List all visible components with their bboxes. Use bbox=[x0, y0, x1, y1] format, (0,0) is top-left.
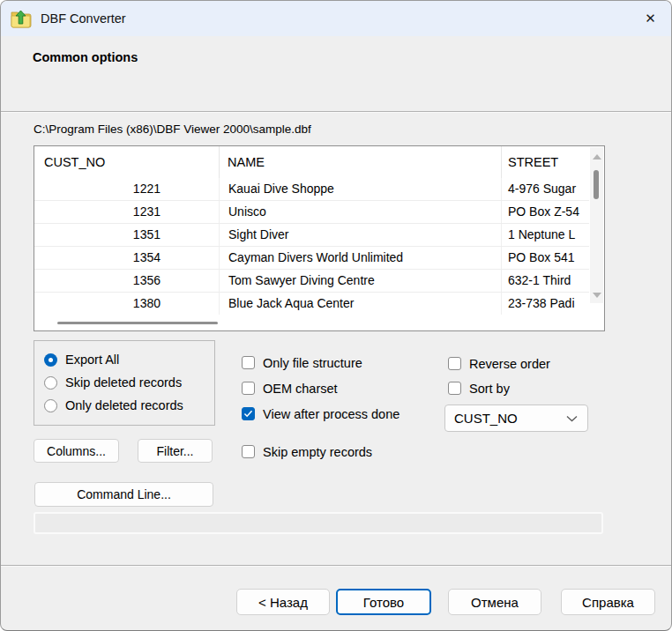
radio-label: Only deleted records bbox=[65, 398, 183, 412]
cell-street: 23-738 Padi bbox=[502, 293, 589, 315]
columns-button[interactable]: Columns... bbox=[34, 439, 119, 463]
cell-street: 4-976 Sugar bbox=[502, 178, 589, 200]
title-bar: DBF Converter ✕ bbox=[1, 1, 671, 36]
radio-only-deleted[interactable]: Only deleted records bbox=[44, 394, 214, 417]
cancel-button-label: Отмена bbox=[471, 595, 519, 610]
radio-skip-deleted[interactable]: Skip deleted records bbox=[44, 371, 214, 394]
close-button[interactable]: ✕ bbox=[630, 1, 671, 36]
checkbox-reverse-order[interactable]: Reverse order bbox=[448, 356, 550, 371]
filter-button[interactable]: Filter... bbox=[138, 439, 213, 463]
checkbox-label: View after process done bbox=[263, 407, 399, 421]
help-button-label: Справка bbox=[582, 595, 634, 610]
page-title: Common options bbox=[33, 50, 138, 64]
grid-header: CUST_NO NAME STREET bbox=[34, 146, 589, 178]
vertical-scrollbar-thumb[interactable] bbox=[594, 170, 599, 199]
horizontal-scrollbar-thumb[interactable] bbox=[57, 322, 218, 324]
chevron-down-icon bbox=[566, 415, 578, 422]
table-row[interactable]: 1231 Unisco PO Box Z-54 bbox=[34, 201, 589, 224]
cell-street: 1 Neptune L bbox=[502, 224, 589, 246]
finish-button-label: Готово bbox=[363, 595, 404, 610]
checkbox-icon[interactable] bbox=[242, 356, 255, 369]
cell-name: Kauai Dive Shoppe bbox=[220, 178, 502, 200]
column-header-cust-no: CUST_NO bbox=[34, 146, 220, 178]
app-icon bbox=[10, 9, 32, 28]
table-row[interactable]: 1354 Cayman Divers World Unlimited PO Bo… bbox=[34, 247, 589, 270]
checkbox-icon[interactable] bbox=[242, 445, 255, 458]
checkbox-label: Only file structure bbox=[263, 356, 362, 370]
table-row[interactable]: 1356 Tom Sawyer Diving Centre 632-1 Thir… bbox=[34, 270, 589, 293]
cancel-button[interactable]: Отмена bbox=[448, 589, 541, 615]
checkbox-sort-by[interactable]: Sort by bbox=[448, 381, 510, 396]
cell-cust-no: 1231 bbox=[34, 201, 220, 223]
column-header-name: NAME bbox=[220, 146, 502, 178]
export-options-group: Export All Skip deleted records Only del… bbox=[34, 340, 215, 426]
command-line-button-label: Command Line... bbox=[77, 487, 171, 501]
checkbox-icon[interactable] bbox=[242, 382, 255, 395]
dropdown-value: CUST_NO bbox=[454, 411, 518, 426]
help-button[interactable]: Справка bbox=[561, 589, 655, 615]
checkbox-icon[interactable] bbox=[448, 357, 461, 370]
checkbox-label: Reverse order bbox=[469, 357, 550, 371]
header-divider bbox=[1, 111, 671, 112]
cell-cust-no: 1356 bbox=[34, 270, 220, 292]
back-button-label: < Назад bbox=[258, 595, 308, 610]
cell-street: PO Box Z-54 bbox=[502, 201, 589, 223]
scroll-up-icon[interactable] bbox=[593, 154, 601, 160]
column-header-street: STREET bbox=[502, 146, 589, 178]
window-title: DBF Converter bbox=[41, 11, 126, 26]
cell-street: PO Box 541 bbox=[502, 247, 589, 269]
table-row[interactable]: 1380 Blue Jack Aqua Center 23-738 Padi bbox=[34, 293, 589, 315]
close-icon: ✕ bbox=[645, 11, 656, 26]
checkbox-oem-charset[interactable]: OEM charset bbox=[242, 381, 338, 396]
cell-cust-no: 1354 bbox=[34, 247, 220, 269]
cell-name: Tom Sawyer Diving Centre bbox=[220, 270, 502, 292]
progress-bar bbox=[34, 512, 603, 534]
cell-name: Blue Jack Aqua Center bbox=[220, 293, 502, 315]
table-row[interactable]: 1351 Sight Diver 1 Neptune L bbox=[34, 224, 589, 247]
radio-icon[interactable] bbox=[44, 399, 57, 412]
checkbox-icon[interactable] bbox=[242, 407, 255, 420]
finish-button[interactable]: Готово bbox=[336, 589, 431, 615]
checkbox-label: OEM charset bbox=[263, 382, 338, 396]
checkbox-icon[interactable] bbox=[448, 382, 461, 395]
checkbox-skip-empty[interactable]: Skip empty records bbox=[242, 444, 372, 459]
table-row[interactable]: 1221 Kauai Dive Shoppe 4-976 Sugar bbox=[34, 178, 589, 201]
file-path-label: C:\Program Files (x86)\DBF Viewer 2000\s… bbox=[34, 122, 311, 136]
scroll-down-icon[interactable] bbox=[593, 293, 601, 298]
cell-street: 632-1 Third bbox=[502, 270, 589, 292]
vertical-scrollbar[interactable] bbox=[590, 147, 603, 303]
cell-name: Unisco bbox=[220, 201, 502, 223]
dbf-converter-window: DBF Converter ✕ Common options C:\Progra… bbox=[0, 0, 672, 631]
check-icon bbox=[243, 410, 253, 418]
checkbox-view-after-process[interactable]: View after process done bbox=[242, 406, 399, 421]
back-button[interactable]: < Назад bbox=[236, 589, 330, 615]
filter-button-label: Filter... bbox=[156, 444, 193, 458]
preview-grid: CUST_NO NAME STREET 1221 Kauai Dive Shop… bbox=[34, 145, 605, 331]
grid-rows: 1221 Kauai Dive Shoppe 4-976 Sugar 1231 … bbox=[34, 178, 589, 315]
sort-field-dropdown[interactable]: CUST_NO bbox=[444, 405, 588, 432]
cell-name: Cayman Divers World Unlimited bbox=[220, 247, 502, 269]
checkbox-label: Skip empty records bbox=[263, 445, 372, 459]
radio-export-all[interactable]: Export All bbox=[44, 348, 214, 371]
cell-cust-no: 1380 bbox=[34, 293, 220, 315]
radio-icon[interactable] bbox=[44, 376, 57, 390]
radio-label: Skip deleted records bbox=[65, 375, 182, 390]
radio-label: Export All bbox=[65, 353, 119, 367]
checkbox-only-file-structure[interactable]: Only file structure bbox=[242, 355, 362, 370]
footer-divider bbox=[1, 565, 671, 566]
checkbox-label: Sort by bbox=[469, 382, 510, 396]
cell-name: Sight Diver bbox=[220, 224, 502, 246]
cell-cust-no: 1351 bbox=[34, 224, 220, 246]
columns-button-label: Columns... bbox=[47, 444, 106, 458]
command-line-button[interactable]: Command Line... bbox=[34, 482, 213, 507]
cell-cust-no: 1221 bbox=[34, 178, 220, 200]
radio-icon[interactable] bbox=[44, 353, 57, 367]
